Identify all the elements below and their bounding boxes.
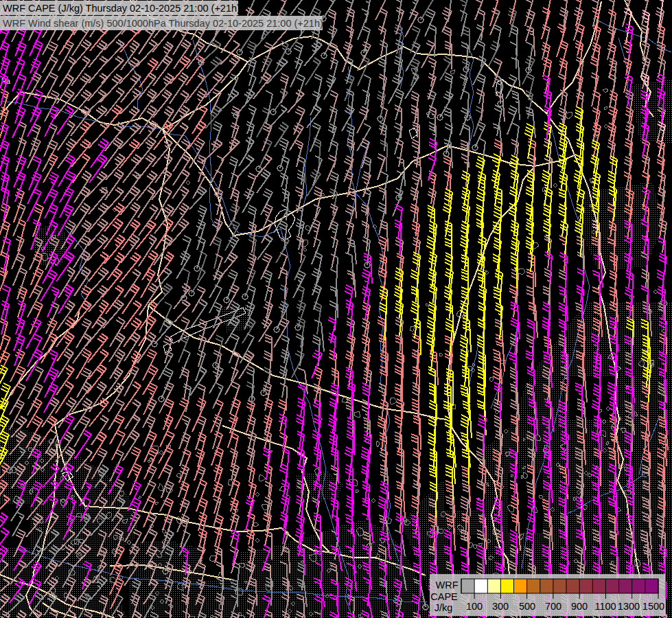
- svg-text:WRF CAPE (J/kg) Thursday 02-10: WRF CAPE (J/kg) Thursday 02-10-2025 21:0…: [3, 3, 240, 14]
- svg-text:CAPE: CAPE: [430, 591, 458, 602]
- svg-text:1100: 1100: [594, 601, 616, 612]
- svg-text:100: 100: [466, 601, 483, 612]
- svg-text:900: 900: [571, 601, 588, 612]
- svg-text:700: 700: [545, 601, 561, 612]
- svg-text:WRF Wind shear (m/s) 500/1000h: WRF Wind shear (m/s) 500/1000hPa Thursda…: [3, 18, 323, 29]
- svg-text:500: 500: [519, 601, 535, 612]
- svg-text:1500: 1500: [642, 601, 664, 612]
- svg-text:WRF: WRF: [435, 580, 458, 591]
- svg-text:300: 300: [492, 601, 509, 612]
- svg-text:J/kg: J/kg: [435, 602, 453, 613]
- svg-text:1300: 1300: [618, 601, 640, 612]
